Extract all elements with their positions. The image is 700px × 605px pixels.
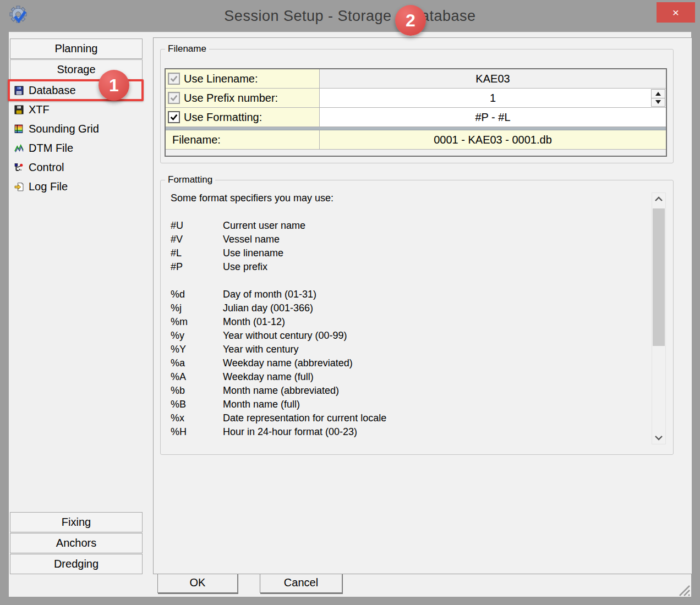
specifier-code: %j — [171, 301, 223, 315]
format-specifier-row: %d Day of month (01-31) — [171, 288, 633, 301]
format-specifier-row: %B Month name (full) — [171, 398, 633, 411]
sidebar-item-label: DTM File — [29, 142, 73, 155]
section-label: Fixing — [62, 516, 91, 529]
specifier-description: Month name (abbreviated) — [223, 384, 633, 398]
format-specifier-row: #U Current user name — [171, 219, 633, 233]
annotation-badge-2: 2 — [395, 5, 426, 36]
use-prefix-label-cell: Use Prefix number: — [166, 89, 320, 107]
formatting-pattern-value: #P - #L — [475, 111, 510, 124]
spinner-down-icon — [655, 100, 661, 104]
format-specifier-row: %Y Year with century — [171, 343, 633, 356]
format-specifier-row: %y Year without century (00-99) — [171, 329, 633, 343]
sidebar-section-dredging[interactable]: Dredging — [10, 554, 143, 574]
settings-panel: Filename Use Linename: KAE03 — [153, 37, 692, 574]
sidebar-item-label: Sounding Grid — [29, 123, 99, 135]
prefix-spinner — [651, 89, 665, 107]
cancel-button[interactable]: Cancel — [260, 572, 342, 593]
format-specifier-row — [171, 274, 633, 288]
annotation-number: 1 — [109, 75, 119, 96]
use-formatting-checkbox[interactable] — [168, 111, 180, 123]
specifier-description: Weekday name (abbreviated) — [223, 356, 633, 370]
section-label: Anchors — [56, 537, 96, 549]
specifier-code: %A — [171, 370, 223, 384]
specifier-code: %y — [171, 329, 223, 343]
filename-group-title: Filename — [165, 43, 209, 54]
sidebar-item-label: Control — [29, 161, 64, 174]
resize-grip[interactable] — [677, 583, 690, 596]
sidebar-item-dtm-file[interactable]: DTM File — [10, 139, 143, 158]
formatting-group-title: Formatting — [165, 174, 215, 185]
sidebar-item-label: Log File — [29, 180, 68, 193]
spinner-up-button[interactable] — [651, 89, 665, 98]
sidebar-item-log-file[interactable]: Log File — [10, 177, 143, 196]
specifier-code: #U — [171, 219, 223, 233]
use-linename-checkbox[interactable] — [168, 73, 180, 85]
scroll-up-icon[interactable] — [652, 194, 665, 204]
sounding-grid-icon — [14, 124, 24, 134]
filename-result-value: 0001 - KAE03 - 0001.db — [434, 134, 552, 146]
sidebar-item-sounding-grid[interactable]: Sounding Grid — [10, 119, 143, 139]
use-formatting-row: Use Formatting: #P - #L — [166, 108, 666, 127]
specifier-description — [223, 274, 633, 288]
prefix-number-value: 1 — [490, 92, 496, 105]
specifier-description: Vessel name — [223, 233, 633, 246]
section-label: Storage — [57, 63, 95, 76]
formatting-scrollbar[interactable] — [652, 193, 666, 444]
specifier-code — [171, 274, 223, 288]
format-specifier-row: %H Hour in 24-hour format (00-23) — [171, 425, 633, 439]
ok-button-label: OK — [190, 576, 206, 589]
format-specifier-row: %b Month name (abbreviated) — [171, 384, 633, 398]
formatting-pattern-field[interactable]: #P - #L — [320, 108, 666, 127]
format-specifier-row: %a Weekday name (abbreviated) — [171, 356, 633, 370]
formatting-groupbox: Formatting Some format specifiers you ma… — [160, 180, 674, 455]
specifier-description: Use prefix — [223, 260, 633, 274]
use-prefix-checkbox[interactable] — [168, 92, 180, 104]
spinner-up-icon — [655, 92, 661, 96]
sidebar-item-control[interactable]: Control — [10, 158, 143, 177]
use-prefix-label: Use Prefix number: — [184, 92, 278, 105]
session-setup-window: { "window": { "title": "Session Setup - … — [0, 0, 700, 605]
format-specifier-row: #P Use prefix — [171, 260, 633, 274]
specifier-code: %H — [171, 425, 223, 439]
sidebar-section-anchors[interactable]: Anchors — [10, 533, 143, 553]
format-specifier-row: %x Date representation for current local… — [171, 411, 633, 425]
specifier-code: %m — [171, 315, 223, 329]
spinner-down-button[interactable] — [651, 98, 665, 107]
specifier-description: Month (01-12) — [223, 315, 633, 329]
sidebar-section-fixing[interactable]: Fixing — [10, 512, 143, 532]
ok-button[interactable]: OK — [157, 572, 238, 593]
specifier-description: Date representation for current locale — [223, 411, 633, 425]
specifier-description: Weekday name (full) — [223, 370, 633, 384]
format-specifier-row: %m Month (01-12) — [171, 315, 633, 329]
section-label: Dredging — [54, 558, 99, 570]
scroll-down-icon[interactable] — [652, 433, 665, 443]
filename-groupbox: Filename Use Linename: KAE03 — [160, 49, 674, 163]
close-icon: × — [672, 6, 679, 19]
close-button[interactable]: × — [657, 2, 695, 23]
prefix-number-field[interactable]: 1 — [320, 89, 666, 107]
sidebar-section-planning[interactable]: Planning — [10, 38, 143, 59]
use-prefix-row: Use Prefix number: 1 — [166, 89, 666, 108]
use-linename-label: Use Linename: — [184, 73, 258, 85]
scrollbar-thumb[interactable] — [653, 208, 665, 346]
use-formatting-label: Use Formatting: — [184, 111, 262, 124]
filename-settings-table: Use Linename: KAE03 Use Prefix number: — [165, 68, 667, 157]
log-file-icon — [14, 182, 24, 191]
dtm-file-icon — [14, 144, 24, 153]
filename-result-label-cell: Filename: — [166, 130, 320, 149]
specifier-code: %d — [171, 288, 223, 301]
filename-result-field: 0001 - KAE03 - 0001.db — [320, 130, 666, 149]
specifier-description: Month name (full) — [223, 398, 633, 411]
specifier-description: Use linename — [223, 246, 633, 260]
window-title: Session Setup - Storage - Database — [0, 0, 700, 32]
formatting-intro-text: Some format specifiers you may use: — [171, 193, 333, 204]
annotation-number: 2 — [406, 10, 415, 31]
specifier-description: Julian day (001-366) — [223, 301, 633, 315]
linename-value-field: KAE03 — [320, 69, 666, 88]
specifier-code: %x — [171, 411, 223, 425]
specifier-code: #P — [171, 260, 223, 274]
sidebar-item-xtf[interactable]: XTF — [10, 100, 143, 119]
table-bottom-strip — [166, 150, 666, 156]
specifier-description: Year with century — [223, 343, 633, 356]
use-linename-label-cell: Use Linename: — [166, 69, 320, 88]
